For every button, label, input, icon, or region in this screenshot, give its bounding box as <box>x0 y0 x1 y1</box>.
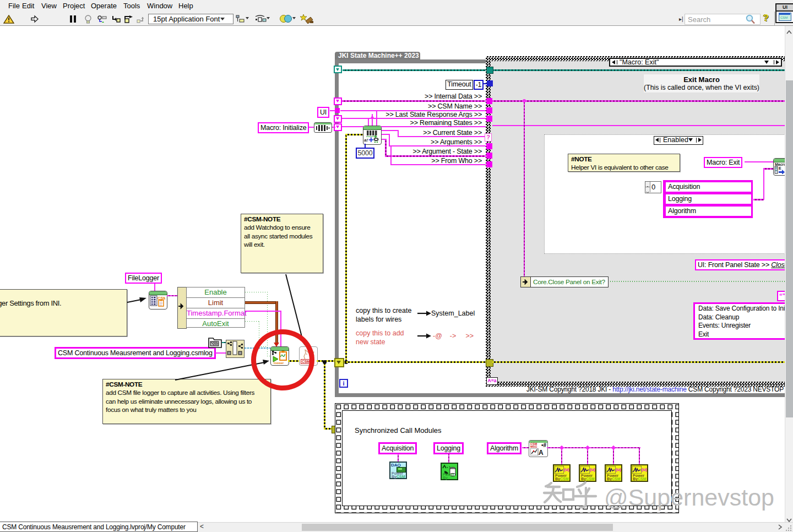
svg-text:A: A <box>539 449 544 455</box>
svg-text:@Supernevstop: @Supernevstop <box>604 484 774 511</box>
svg-text:E: E <box>779 166 781 170</box>
